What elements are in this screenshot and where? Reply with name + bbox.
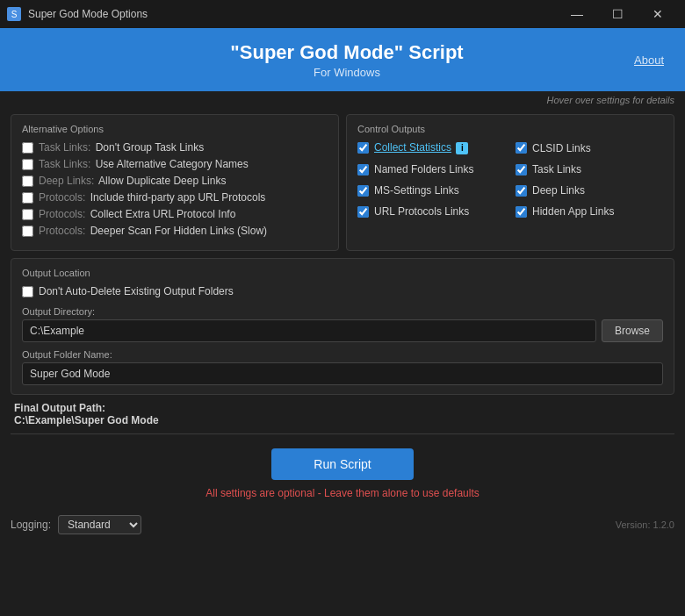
header: "Super God Mode" Script For Windows Abou… — [0, 28, 685, 91]
alt-task-links-group-checkbox[interactable] — [22, 142, 33, 154]
title-bar: S Super God Mode Options — ☐ ✕ — [0, 0, 685, 28]
alt-protocols-deep-checkbox[interactable] — [22, 226, 33, 237]
options-row: Alternative Options Task Links: Don't Gr… — [11, 114, 674, 251]
list-item: Protocols: Deeper Scan For Hidden Links … — [22, 225, 328, 237]
alt-task-links-group-label: Task Links: Don't Group Task Links — [39, 141, 204, 154]
list-item: Protocols: Include third-party app URL P… — [22, 191, 328, 204]
logging-area: Logging: Standard Verbose Minimal — [11, 515, 141, 534]
list-item: Deep Links: Allow Duplicate Deep Links — [22, 175, 328, 187]
list-item: Task Links: Use Alternative Category Nam… — [22, 158, 328, 170]
alt-protocols-thirdparty-checkbox[interactable] — [22, 192, 33, 204]
alt-deep-links-dup-label: Deep Links: Allow Duplicate Deep Links — [39, 175, 226, 187]
no-delete-label: Don't Auto-Delete Existing Output Folder… — [39, 285, 234, 297]
folder-label: Output Folder Name: — [22, 349, 663, 360]
main-content: Alternative Options Task Links: Don't Gr… — [0, 109, 685, 510]
list-item: Task Links: Don't Group Task Links — [22, 141, 328, 154]
browse-button[interactable]: Browse — [602, 319, 663, 342]
ctrl-collect-stats-label: Collect Statistics i — [374, 141, 468, 154]
alt-protocols-extra-label: Protocols: Collect Extra URL Protocol In… — [39, 208, 235, 220]
window-controls: — ☐ ✕ — [557, 0, 678, 28]
ctrl-named-folders-checkbox[interactable] — [357, 164, 369, 175]
logging-label: Logging: — [11, 519, 51, 531]
run-script-button[interactable]: Run Script — [271, 448, 413, 480]
about-link[interactable]: About — [627, 50, 671, 70]
footer: Logging: Standard Verbose Minimal Versio… — [0, 510, 685, 540]
maximize-button[interactable]: ☐ — [597, 0, 638, 28]
list-item: CLSID Links — [516, 141, 663, 154]
control-outputs-label: Control Outputs — [357, 124, 663, 134]
ctrl-task-links-checkbox[interactable] — [516, 164, 527, 175]
list-item: Deep Links — [516, 184, 663, 197]
list-item: Protocols: Collect Extra URL Protocol In… — [22, 208, 328, 220]
logging-select[interactable]: Standard Verbose Minimal — [58, 515, 141, 534]
ctrl-url-protocols-label: URL Protocols Links — [374, 205, 469, 218]
ctrl-clsid-links-checkbox[interactable] — [516, 142, 527, 154]
dir-row: Browse — [22, 319, 663, 342]
app-icon: S — [7, 7, 21, 21]
close-button[interactable]: ✕ — [638, 0, 678, 28]
output-location-label: Output Location — [22, 268, 663, 278]
run-hint: All settings are optional - Leave them a… — [206, 487, 480, 499]
ctrl-hidden-app-label: Hidden App Links — [532, 205, 614, 218]
alt-protocols-extra-checkbox[interactable] — [22, 209, 33, 220]
app-subtitle: For Windows — [67, 66, 627, 79]
list-item: URL Protocols Links — [357, 205, 505, 218]
ctrl-url-protocols-checkbox[interactable] — [357, 206, 369, 218]
alt-task-links-catnames-checkbox[interactable] — [22, 159, 33, 170]
ctrl-hidden-app-checkbox[interactable] — [516, 206, 527, 218]
alternative-options-panel: Alternative Options Task Links: Don't Gr… — [11, 114, 339, 251]
list-item: MS-Settings Links — [357, 184, 505, 197]
ctrl-collect-stats-checkbox[interactable] — [357, 142, 369, 154]
alt-protocols-thirdparty-label: Protocols: Include third-party app URL P… — [39, 191, 265, 204]
ctrl-named-folders-label: Named Folders Links — [374, 163, 473, 175]
alternative-options-label: Alternative Options — [22, 124, 328, 134]
ctrl-deep-links-label: Deep Links — [532, 184, 585, 197]
no-delete-checkbox[interactable] — [22, 286, 33, 297]
divider — [11, 433, 674, 434]
list-item: Named Folders Links — [357, 163, 505, 175]
control-outputs-panel: Control Outputs Collect Statistics i CLS… — [346, 114, 674, 251]
ctrl-task-links-label: Task Links — [532, 163, 581, 175]
no-delete-row: Don't Auto-Delete Existing Output Folder… — [22, 285, 663, 297]
list-item: Hidden App Links — [516, 205, 663, 218]
dir-label: Output Directory: — [22, 306, 663, 317]
ctrl-deep-links-checkbox[interactable] — [516, 185, 527, 197]
alt-deep-links-dup-checkbox[interactable] — [22, 175, 33, 187]
alt-task-links-catnames-label: Task Links: Use Alternative Category Nam… — [39, 158, 249, 170]
collect-stats-link[interactable]: Collect Statistics — [374, 141, 451, 154]
final-output-value: C:\Example\Super God Mode — [14, 414, 159, 426]
folder-input[interactable] — [22, 362, 663, 385]
list-item: Task Links — [516, 163, 663, 175]
output-location-panel: Output Location Don't Auto-Delete Existi… — [11, 258, 674, 395]
app-title: "Super God Mode" Script — [67, 41, 627, 64]
final-output-path: Final Output Path: C:\Example\Super God … — [11, 402, 674, 426]
final-output-label: Final Output Path: — [14, 402, 105, 414]
ctrl-ms-settings-checkbox[interactable] — [357, 185, 369, 197]
run-area: Run Script All settings are optional - L… — [11, 441, 674, 503]
collect-stats-info-icon[interactable]: i — [456, 142, 468, 154]
alt-protocols-deep-label: Protocols: Deeper Scan For Hidden Links … — [39, 225, 267, 237]
control-outputs-grid: Collect Statistics i CLSID Links Named F… — [357, 141, 663, 222]
window-title: Super God Mode Options — [28, 8, 148, 20]
title-bar-left: S Super God Mode Options — [7, 7, 148, 21]
version-label: Version: 1.2.0 — [616, 519, 674, 530]
ctrl-clsid-links-label: CLSID Links — [532, 142, 591, 154]
hover-hint: Hover over settings for details — [0, 91, 685, 109]
ctrl-ms-settings-label: MS-Settings Links — [374, 184, 459, 197]
list-item: Collect Statistics i — [357, 141, 505, 154]
dir-input[interactable] — [22, 319, 596, 342]
minimize-button[interactable]: — — [557, 0, 597, 28]
header-center: "Super God Mode" Script For Windows — [67, 41, 627, 79]
